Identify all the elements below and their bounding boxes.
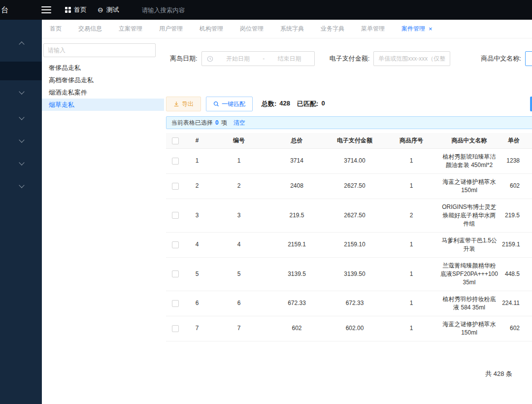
clear-selection-link[interactable]: 清空 <box>233 119 245 127</box>
cell-seq: 1 <box>384 291 438 316</box>
chevron-up-icon[interactable] <box>19 41 24 47</box>
sidebar-active-item[interactable] <box>0 62 42 80</box>
list-item[interactable]: 高档奢侈品走私 <box>42 74 164 86</box>
cell-seq: 1 <box>384 316 438 341</box>
search-icon <box>213 101 219 107</box>
table-row[interactable]: 5 5 3139.5 3139.50 1 兰蔻菁纯臻颜精华粉底液SPF20PA+… <box>166 257 532 291</box>
one-click-match-button[interactable]: 一键匹配 <box>206 97 253 111</box>
cell-index: 1 <box>185 148 209 173</box>
toolbar: 导出 一键匹配 总数: 428 已匹配: 0 <box>166 97 532 111</box>
cell-code: 3 <box>209 199 268 232</box>
tab-system-dict[interactable]: 系统字典 <box>280 25 304 33</box>
cell-epay: 2159.10 <box>325 232 384 257</box>
cell-seq: 1 <box>384 341 438 346</box>
tab-case-mgmt[interactable]: 案件管理 × <box>401 25 432 33</box>
list-item[interactable]: 烟酒走私案件 <box>42 86 164 99</box>
topnav-test[interactable]: ⊖ 测试 <box>98 5 119 14</box>
cell-index: 6 <box>185 291 209 316</box>
list-item[interactable]: 奢侈品走私 <box>42 62 164 74</box>
close-icon[interactable]: × <box>429 26 432 32</box>
cell-index: 5 <box>185 257 209 291</box>
cell-code: 7 <box>209 316 268 341</box>
chevron-down-icon[interactable] <box>19 160 24 165</box>
cell-epay: 2627.50 <box>325 173 384 199</box>
amount-filter-input[interactable] <box>373 51 450 66</box>
cell-name: ORIGINS韦博士灵芝焕能好底子精华水两件组 <box>438 199 500 232</box>
row-checkbox[interactable] <box>172 270 179 277</box>
tab-case-mgmt-label: 案件管理 <box>401 25 425 33</box>
row-checkbox[interactable] <box>172 325 179 332</box>
chevron-down-icon[interactable] <box>19 182 24 188</box>
date-filter-label: 离岛日期: <box>170 54 198 63</box>
tab-transaction-info[interactable]: 交易信息 <box>78 25 102 33</box>
cell-name: 海蓝之谜修护精萃水 150ml <box>438 316 500 341</box>
date-start-placeholder: 开始日期 <box>218 55 258 63</box>
topnav-home-label: 首页 <box>74 5 87 14</box>
apps-grid-icon <box>65 7 71 13</box>
cell-epay: 3139.50 <box>325 257 384 291</box>
cell-name: 海蓝之谜修护精萃水 150ml <box>438 173 500 199</box>
global-search <box>142 5 231 14</box>
table-row[interactable]: 4 4 2159.1 2159.10 1 马爹利蓝带干邑1.5公升装 2159.… <box>166 232 532 257</box>
cell-total: 2159.1 <box>268 232 325 257</box>
result-summary: 总数: 428 已匹配: 0 <box>262 100 325 108</box>
tab-org-mgmt[interactable]: 机构管理 <box>200 25 223 33</box>
tab-user-mgmt[interactable]: 用户管理 <box>159 25 183 33</box>
select-all-checkbox[interactable] <box>172 137 179 144</box>
chevron-down-icon[interactable] <box>19 137 24 142</box>
cell-unit: 2159.1 <box>500 232 532 257</box>
one-click-match-label: 一键匹配 <box>222 100 245 108</box>
tab-case-filing[interactable]: 立案管理 <box>119 25 142 33</box>
cell-name: 植村秀羽纱持妆粉底液 584 35ml <box>438 291 500 316</box>
app-title: 台 <box>1 5 40 15</box>
tab-position-mgmt[interactable]: 岗位管理 <box>240 25 264 33</box>
menu-toggle-icon[interactable] <box>41 6 51 13</box>
list-item-selected[interactable]: 烟草走私 <box>42 99 164 111</box>
col-header-total: 总价 <box>268 133 325 148</box>
cell-seq: 1 <box>384 173 438 199</box>
content-area: 离岛日期: 开始日期 - 结束日期 电子支付金额: 商品中文名称: <box>164 38 532 404</box>
cell-code: 6 <box>209 291 268 316</box>
table-row[interactable]: 1 1 3714 3714.00 1 植村秀新琥珀臻草洁颜油套装 450ml*2… <box>166 148 532 173</box>
category-list: 奢侈品走私 高档奢侈品走私 烟酒走私案件 烟草走私 <box>42 62 164 111</box>
minus-circle-icon: ⊖ <box>98 6 103 13</box>
row-checkbox[interactable] <box>172 183 179 190</box>
tab-home[interactable]: 首页 <box>50 25 62 33</box>
table-row[interactable]: 3 3 219.5 2627.50 2 ORIGINS韦博士灵芝焕能好底子精华水… <box>166 199 532 232</box>
export-button[interactable]: 导出 <box>166 97 201 111</box>
col-header-code: 编号 <box>209 133 268 148</box>
cell-name: 马爹利蓝带干邑1.5公升装 <box>438 232 500 257</box>
clipped-primary-button[interactable] <box>530 97 532 111</box>
tab-menu-mgmt[interactable]: 菜单管理 <box>361 25 385 33</box>
cell-index: 3 <box>185 199 209 232</box>
table-row[interactable]: 6 6 672.33 672.33 1 植村秀羽纱持妆粉底液 584 35ml … <box>166 291 532 316</box>
cell-total: 3714 <box>268 148 325 173</box>
cell-unit: 219.5 <box>500 199 532 232</box>
amount-filter-label: 电子支付金额: <box>330 54 370 63</box>
cell-epay: 2627.50 <box>325 199 384 232</box>
topnav-home[interactable]: 首页 <box>65 5 87 14</box>
date-range-input[interactable]: 开始日期 - 结束日期 <box>201 51 315 66</box>
cell-epay: 3714.00 <box>325 148 384 173</box>
table-row[interactable]: 7 7 602 602.00 1 海蓝之谜修护精萃水 150ml 602 <box>166 316 532 341</box>
tab-business-dict[interactable]: 业务字典 <box>321 25 344 33</box>
cell-code: 2 <box>209 173 268 199</box>
chevron-down-icon[interactable] <box>19 89 24 94</box>
row-checkbox[interactable] <box>172 212 179 219</box>
cell-total: 1494.15 <box>268 341 325 346</box>
category-search-input[interactable] <box>43 43 156 57</box>
name-filter-input[interactable] <box>525 51 532 66</box>
row-checkbox[interactable] <box>172 300 179 307</box>
table-row[interactable]: 2 2 2408 2627.50 1 海蓝之谜修护精萃水 150ml 602 <box>166 173 532 199</box>
pagination-total: 共 428 条 <box>164 370 532 378</box>
global-search-input[interactable] <box>142 7 231 14</box>
cell-index: 2 <box>185 173 209 199</box>
row-checkbox[interactable] <box>172 158 179 165</box>
row-checkbox[interactable] <box>172 241 179 248</box>
chevron-down-icon[interactable] <box>19 114 24 120</box>
table-row[interactable]: 8 8 1494.15 1494.15 1 卡诗菁纯亮泽经典香氛 <box>166 341 532 346</box>
cell-total: 219.5 <box>268 199 325 232</box>
cell-code: 4 <box>209 232 268 257</box>
main-area: 首页 交易信息 立案管理 用户管理 机构管理 岗位管理 系统字典 业务字典 菜单… <box>42 20 532 404</box>
export-icon <box>173 101 179 107</box>
